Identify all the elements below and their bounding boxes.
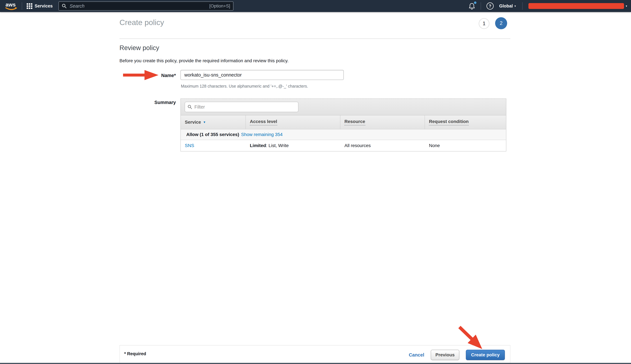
- allow-group-label: Allow (1 of 355 services): [186, 132, 239, 137]
- previous-button[interactable]: Previous: [431, 350, 459, 360]
- region-label: Global: [499, 4, 513, 8]
- svg-text:aws: aws: [6, 2, 16, 8]
- services-label: Services: [34, 4, 53, 8]
- chevron-down-icon: ▾: [626, 4, 627, 8]
- create-policy-button[interactable]: Create policy: [466, 350, 505, 360]
- resource-cell: All resources: [340, 143, 425, 148]
- topbar-divider: [522, 2, 522, 10]
- page-title: Create policy: [120, 18, 164, 27]
- table-header-row: Service ▼ Access level Resource Request …: [181, 116, 506, 129]
- region-selector[interactable]: Global ▾: [499, 4, 516, 8]
- window-bottom-edge: [0, 363, 631, 364]
- column-header-service[interactable]: Service ▼: [181, 116, 246, 129]
- footer-bar: * Required Cancel Previous Create policy: [120, 345, 510, 364]
- service-link[interactable]: SNS: [185, 143, 194, 148]
- column-header-resource: Resource: [340, 116, 425, 129]
- show-remaining-link[interactable]: Show remaining 354: [241, 132, 282, 137]
- step-indicator-1: 1: [479, 18, 490, 29]
- required-note: * Required: [124, 351, 146, 356]
- section-heading: Review policy: [120, 44, 159, 52]
- notifications-button[interactable]: [468, 2, 475, 10]
- bell-icon: [468, 2, 475, 10]
- account-menu[interactable]: ▾: [528, 3, 627, 9]
- username-redaction-bar: [528, 3, 624, 9]
- sort-desc-icon: ▼: [203, 120, 206, 124]
- help-icon: ?: [486, 2, 494, 10]
- summary-panel: Service ▼ Access level Resource Request …: [180, 98, 506, 152]
- filter-input[interactable]: [194, 104, 296, 110]
- search-icon: [62, 4, 67, 8]
- search-shortcut-hint: [Option+S]: [209, 4, 230, 8]
- column-header-access-level: Access level: [246, 116, 340, 129]
- name-hint: Maximum 128 characters. Use alphanumeric…: [181, 84, 308, 88]
- table-row: SNS Limited: List, Write All resources N…: [181, 140, 506, 151]
- annotation-arrow-name-field: [123, 70, 158, 80]
- request-condition-cell: None: [425, 143, 506, 148]
- allow-group-row: Allow (1 of 355 services) Show remaining…: [181, 129, 506, 140]
- aws-logo[interactable]: aws: [4, 1, 19, 11]
- top-navigation-bar: aws Services [Option+S] ?: [0, 0, 631, 12]
- notification-dot: [474, 2, 476, 4]
- filter-strip: [181, 99, 506, 116]
- aws-logo-icon: aws: [4, 1, 19, 11]
- step-indicator-2: 2: [495, 17, 507, 29]
- column-header-request-condition: Request condition: [425, 116, 506, 129]
- header-divider: [120, 38, 510, 39]
- services-grid-icon: [27, 3, 32, 9]
- name-input[interactable]: [180, 70, 344, 80]
- help-button[interactable]: ?: [486, 2, 494, 10]
- cancel-link[interactable]: Cancel: [409, 352, 424, 358]
- topbar-divider: [22, 2, 22, 10]
- filter-search-icon: [188, 105, 192, 109]
- services-menu[interactable]: Services: [27, 3, 53, 9]
- section-description: Before you create this policy, provide t…: [120, 58, 288, 64]
- filter-field[interactable]: [185, 102, 298, 112]
- chevron-down-icon: ▾: [514, 4, 516, 8]
- global-search[interactable]: [Option+S]: [58, 2, 234, 10]
- summary-label: Summary: [143, 100, 176, 105]
- topbar-divider: [481, 2, 481, 10]
- search-input[interactable]: [69, 3, 209, 9]
- access-level-cell: Limited: List, Write: [246, 143, 340, 148]
